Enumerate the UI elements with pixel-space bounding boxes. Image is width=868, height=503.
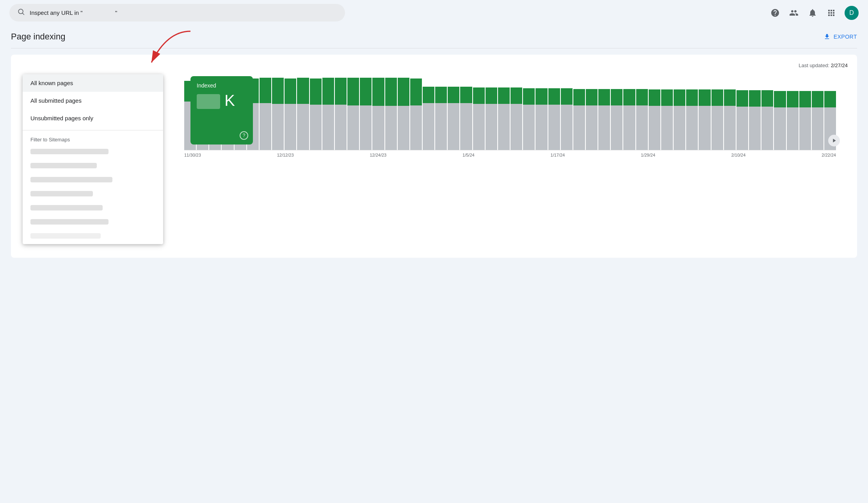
bar-group — [372, 76, 384, 150]
topbar-icons: D — [770, 6, 859, 20]
indexed-value: K — [197, 92, 247, 109]
sitemap-item-2[interactable] — [23, 159, 163, 173]
page-title: Page indexing — [11, 32, 65, 42]
bar-group — [310, 76, 322, 150]
bar-group — [473, 76, 485, 150]
dropdown-item-all-submitted[interactable]: All submitted pages — [23, 92, 163, 109]
dropdown-divider — [23, 130, 163, 130]
bar-gray — [586, 105, 598, 150]
bar-group — [661, 76, 673, 150]
bar-group — [498, 76, 510, 150]
x-axis-label: 12/24/23 — [370, 153, 386, 157]
bar-green — [649, 89, 660, 106]
search-input[interactable] — [30, 9, 337, 16]
bar-group — [812, 76, 824, 150]
sitemap-item-5[interactable] — [23, 201, 163, 215]
bar-green — [498, 87, 510, 104]
notifications-icon[interactable] — [807, 7, 818, 18]
bar-green — [310, 78, 322, 105]
last-updated: Last updated: 2/27/24 — [20, 62, 848, 68]
bar-green — [322, 78, 334, 105]
bar-group — [598, 76, 610, 150]
bar-gray — [686, 106, 698, 150]
bar-group — [448, 76, 459, 150]
bar-gray — [285, 104, 296, 150]
bar-gray — [535, 105, 547, 150]
x-axis-label: 2/10/24 — [731, 153, 746, 157]
card-area: Last updated: 2/27/24 Indexed K ? All kn… — [11, 55, 857, 258]
bar-group — [535, 76, 547, 150]
bar-gray — [724, 106, 736, 150]
bar-green — [510, 87, 522, 104]
bar-group — [724, 76, 736, 150]
bar-group — [510, 76, 522, 150]
bar-green — [548, 88, 560, 105]
main-content: Page indexing EXPORT Last updated: — [0, 25, 868, 258]
bar-group — [561, 76, 573, 150]
bar-group — [623, 76, 635, 150]
dropdown-item-unsubmitted[interactable]: Unsubmitted pages only — [23, 109, 163, 127]
bar-group — [272, 76, 284, 150]
bar-green — [586, 89, 598, 105]
indexed-help-icon[interactable]: ? — [240, 131, 248, 140]
page-header: Page indexing EXPORT — [11, 32, 857, 42]
sitemap-item-6[interactable] — [23, 215, 163, 229]
sitemap-item-4[interactable] — [23, 187, 163, 201]
bar-green — [398, 78, 409, 106]
bar-gray — [360, 105, 372, 150]
chart-next-arrow[interactable] — [828, 135, 840, 146]
help-icon[interactable] — [770, 7, 781, 18]
bar-green — [736, 90, 748, 107]
bar-group — [736, 76, 748, 150]
bar-group — [486, 76, 497, 150]
chart-xaxis: 11/30/2312/12/2312/24/231/5/241/17/241/2… — [184, 153, 836, 157]
bar-group — [285, 76, 296, 150]
x-axis-label: 11/30/23 — [184, 153, 201, 157]
x-axis-label: 2/22/24 — [822, 153, 836, 157]
bar-green — [761, 90, 773, 107]
dropdown-item-all-known[interactable]: All known pages — [23, 74, 163, 92]
bar-green — [260, 78, 271, 103]
sitemap-item-1[interactable] — [23, 145, 163, 159]
bar-gray — [523, 105, 535, 150]
bar-gray — [649, 106, 660, 150]
bar-gray — [410, 105, 422, 150]
bar-group — [674, 76, 685, 150]
bar-green — [372, 78, 384, 106]
bar-gray — [749, 107, 761, 150]
bar-group — [761, 76, 773, 150]
bar-gray — [498, 104, 510, 150]
bar-group — [649, 76, 660, 150]
bar-gray — [423, 103, 434, 150]
bar-gray — [372, 106, 384, 150]
bar-gray — [787, 107, 799, 150]
bar-gray — [272, 104, 284, 150]
bar-green — [724, 89, 736, 106]
bar-green — [335, 78, 347, 105]
bar-gray — [460, 103, 472, 150]
avatar[interactable]: D — [845, 6, 859, 20]
bar-group — [774, 76, 786, 150]
apps-icon[interactable] — [826, 7, 837, 18]
bar-gray — [661, 106, 673, 150]
bar-green — [787, 91, 799, 107]
dropdown-menu: All known pages All submitted pages Unsu… — [23, 74, 163, 244]
export-button[interactable]: EXPORT — [824, 33, 857, 40]
bar-green — [711, 89, 723, 106]
sitemap-item-3[interactable] — [23, 173, 163, 187]
bar-green — [611, 89, 623, 105]
bar-green — [623, 89, 635, 105]
account-circle-icon[interactable] — [788, 7, 799, 18]
bar-group — [611, 76, 623, 150]
bar-gray — [260, 103, 271, 150]
bar-green — [285, 78, 296, 104]
bar-group — [523, 76, 535, 150]
bar-green — [573, 89, 585, 105]
bar-green — [824, 91, 836, 107]
x-axis-label: 1/17/24 — [551, 153, 565, 157]
sitemap-item-scroll — [23, 229, 163, 241]
bar-gray — [799, 107, 811, 150]
bar-green — [473, 87, 485, 104]
search-bar[interactable] — [9, 4, 345, 21]
bar-gray — [335, 105, 347, 150]
